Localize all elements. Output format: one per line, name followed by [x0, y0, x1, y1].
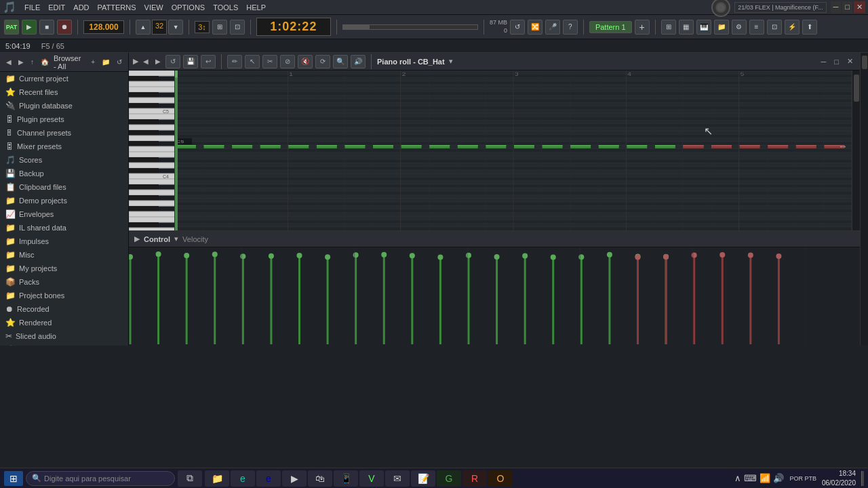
- sidebar-item-channel-presets[interactable]: 🎚Channel presets: [0, 126, 128, 140]
- pr-delete-btn[interactable]: ⊘: [280, 55, 295, 68]
- tray-network[interactable]: 📶: [760, 473, 770, 483]
- sidebar-item-clipboard-files[interactable]: 📋Clipboard files: [0, 180, 128, 194]
- pr-zoom-btn[interactable]: 🔍: [333, 55, 348, 68]
- export-btn[interactable]: ⬆: [802, 20, 817, 35]
- zoom-btn[interactable]: ⊡: [767, 20, 782, 35]
- browser-fwd-btn[interactable]: ▶: [16, 58, 26, 66]
- taskbar-app-notes[interactable]: 📝: [411, 470, 435, 487]
- taskbar-app-edge[interactable]: e: [231, 470, 255, 487]
- window-controls[interactable]: ─ □ ✕: [831, 1, 865, 13]
- pr-minimize-btn[interactable]: ─: [818, 58, 829, 66]
- pr-undo-btn[interactable]: ↩: [201, 55, 216, 68]
- progress-bar[interactable]: [342, 24, 478, 30]
- pr-loop2-btn[interactable]: ⟳: [315, 55, 330, 68]
- menu-tools[interactable]: TOOLS: [209, 2, 242, 13]
- grid-area[interactable]: ↖: [175, 70, 852, 230]
- taskbar-app-vpn[interactable]: V: [359, 470, 384, 487]
- start-button[interactable]: ⊞: [4, 471, 23, 486]
- sidebar-item-plugin-database[interactable]: 🔌Plugin database: [0, 99, 128, 113]
- menu-help[interactable]: HELP: [242, 2, 270, 13]
- taskbar-app-green1[interactable]: G: [437, 470, 461, 487]
- note-grid-canvas[interactable]: [175, 70, 852, 230]
- arrange-btn[interactable]: ≡: [749, 20, 764, 35]
- sidebar-item-packs[interactable]: 📦Packs: [0, 275, 128, 289]
- merge-btn[interactable]: ⊞: [212, 20, 227, 35]
- mixer-view-btn[interactable]: ⊞: [661, 20, 676, 35]
- velocity-area[interactable]: [129, 247, 860, 346]
- taskbar-app-orange1[interactable]: O: [488, 470, 513, 487]
- taskbar-search-box[interactable]: 🔍 Digite aqui para pesquisar: [26, 471, 175, 486]
- pr-chevron[interactable]: ▾: [449, 57, 453, 66]
- menu-edit[interactable]: EDIT: [44, 2, 69, 13]
- sidebar-item-current-project[interactable]: 📁Current project: [0, 72, 128, 85]
- piano-roll-btn[interactable]: 🎹: [696, 20, 711, 35]
- menu-add[interactable]: ADD: [69, 2, 93, 13]
- sidebar-item-il-shared-data[interactable]: 📁IL shared data: [0, 221, 128, 235]
- task-view-btn[interactable]: ⧉: [178, 470, 202, 487]
- vertical-scrollbar[interactable]: [852, 70, 860, 230]
- pr-mute-btn[interactable]: 🔇: [298, 55, 313, 68]
- velocity-canvas[interactable]: [129, 247, 860, 346]
- pr-pencil-btn[interactable]: ✏: [227, 55, 242, 68]
- pr-volume-btn[interactable]: 🔊: [351, 55, 366, 68]
- sidebar-item-misc[interactable]: 📁Misc: [0, 248, 128, 262]
- browser-add-btn[interactable]: +: [89, 58, 97, 66]
- browser-refresh-btn[interactable]: ↺: [115, 58, 124, 66]
- sidebar-item-impulses[interactable]: 📁Impulses: [0, 235, 128, 248]
- taskbar-app-media[interactable]: ▶: [282, 470, 307, 487]
- tray-chevron[interactable]: ∧: [734, 473, 741, 483]
- browser-folder-btn[interactable]: 📁: [100, 58, 112, 66]
- tray-volume[interactable]: 🔊: [773, 473, 784, 483]
- record-button[interactable]: ⏺: [57, 20, 72, 35]
- pattern-selector[interactable]: Pattern 1: [589, 21, 632, 33]
- pr-maximize-btn[interactable]: □: [831, 58, 842, 66]
- pr-expand-btn[interactable]: ▶: [133, 57, 138, 66]
- taskbar-app-files[interactable]: 📁: [205, 470, 229, 487]
- denominator-btn[interactable]: ▼: [168, 20, 183, 35]
- menu-view[interactable]: VIEW: [140, 2, 167, 13]
- help-btn[interactable]: ?: [563, 20, 578, 35]
- control-chevron[interactable]: ▾: [174, 235, 178, 243]
- sidebar-item-backup[interactable]: 💾Backup: [0, 167, 128, 180]
- show-desktop-btn[interactable]: [861, 471, 864, 486]
- taskbar-app-email[interactable]: ✉: [385, 470, 410, 487]
- sidebar-item-scores[interactable]: 🎵Scores: [0, 153, 128, 167]
- fl-logo-knob[interactable]: [711, 0, 730, 17]
- play-button[interactable]: ▶: [22, 20, 37, 35]
- effects-btn[interactable]: ⚡: [785, 20, 800, 35]
- settings-btn[interactable]: ⚙: [732, 20, 747, 35]
- mixer-btn[interactable]: 🔀: [528, 20, 542, 35]
- taskbar-app-store[interactable]: 🛍: [308, 470, 332, 487]
- sidebar-item-project-bones[interactable]: 📁Project bones: [0, 289, 128, 302]
- taskbar-app-phone[interactable]: 📱: [334, 470, 358, 487]
- system-clock[interactable]: 18:34 06/02/2020: [822, 469, 856, 488]
- pattern-add-btn[interactable]: +: [635, 20, 650, 35]
- control-expand-btn[interactable]: ▶: [134, 235, 140, 243]
- snap-btn[interactable]: ⊡: [230, 20, 245, 35]
- browser-back-btn[interactable]: ◀: [4, 58, 14, 66]
- sidebar-item-recorded[interactable]: ⏺Recorded: [0, 302, 128, 316]
- tray-keyboard[interactable]: ⌨: [744, 473, 757, 483]
- sidebar-item-recent-files[interactable]: ⭐Recent files: [0, 85, 128, 99]
- sidebar-item-sliced-audio[interactable]: ✂Sliced audio: [0, 329, 128, 343]
- pat-button[interactable]: PAT: [4, 20, 19, 35]
- sidebar-item-demo-projects[interactable]: 📁Demo projects: [0, 194, 128, 207]
- sidebar-item-envelopes[interactable]: 📈Envelopes: [0, 207, 128, 221]
- step-seq-btn[interactable]: ▦: [679, 20, 694, 35]
- mic-btn[interactable]: 🎤: [545, 20, 560, 35]
- stop-button[interactable]: ■: [39, 20, 54, 35]
- refresh-btn[interactable]: ↺: [510, 20, 525, 35]
- browser-home-btn[interactable]: 🏠: [39, 58, 51, 66]
- sidebar-item-my-projects[interactable]: 📁My projects: [0, 262, 128, 275]
- sidebar-item-rendered[interactable]: ⭐Rendered: [0, 316, 128, 329]
- menu-options[interactable]: OPTIONS: [167, 2, 210, 13]
- browser-btn[interactable]: 📁: [714, 20, 729, 35]
- sidebar-item-mixer-presets[interactable]: 🎛Mixer presets: [0, 140, 128, 153]
- taskbar-app-ie[interactable]: e: [256, 470, 281, 487]
- numerator-btn[interactable]: ▲: [136, 20, 151, 35]
- pr-loop-btn[interactable]: ↺: [165, 55, 180, 68]
- tempo-display[interactable]: 128.000: [83, 20, 124, 34]
- pr-select-btn[interactable]: ↖: [245, 55, 260, 68]
- menu-patterns[interactable]: PATTERNS: [94, 2, 140, 13]
- menu-file[interactable]: FILE: [20, 2, 44, 13]
